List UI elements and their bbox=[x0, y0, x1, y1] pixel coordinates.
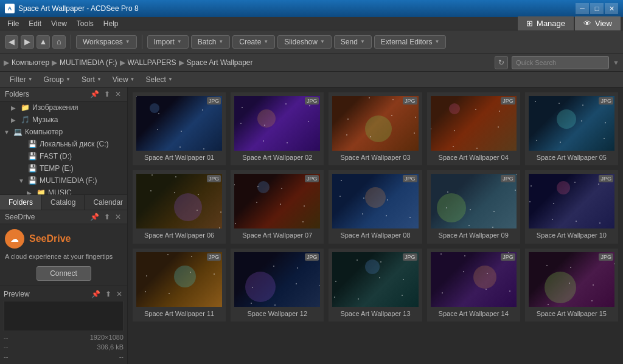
format-badge: JPG bbox=[305, 175, 319, 182]
path-drive[interactable]: MULTIMEDIA (F:) bbox=[60, 58, 117, 67]
panel-header-actions: 📌 ⬆ ✕ bbox=[89, 90, 122, 98]
group-button[interactable]: Group ▼ bbox=[39, 74, 75, 85]
workspaces-button[interactable]: Workspaces ▼ bbox=[76, 35, 137, 49]
tab-catalog[interactable]: Catalog bbox=[42, 195, 85, 210]
preview-pin-button[interactable]: 📌 bbox=[90, 290, 102, 298]
panel-float-button[interactable]: ⬆ bbox=[103, 90, 111, 98]
external-editors-button[interactable]: External Editors ▼ bbox=[374, 35, 447, 49]
manage-button[interactable]: ⊞ Manage bbox=[518, 16, 574, 30]
slideshow-button[interactable]: Slideshow ▼ bbox=[277, 35, 332, 49]
thumbnail-item[interactable]: JPGSpace Art Wallpaper 01 bbox=[133, 92, 226, 165]
format-badge: JPG bbox=[305, 253, 319, 261]
thumbnail-item[interactable]: JPGSpace Art Wallpaper 07 bbox=[231, 170, 324, 243]
sidebar: Folders 📌 ⬆ ✕ ▶ 📁 Изображения ▶ 🎵 Музыка… bbox=[0, 88, 128, 364]
seedrive-header-actions: 📌 ⬆ ✕ bbox=[89, 213, 122, 221]
preview-float-button[interactable]: ⬆ bbox=[104, 290, 113, 298]
thumbnail-item[interactable]: JPGSpace Art Wallpaper 05 bbox=[525, 92, 618, 165]
forward-button[interactable]: ▶ bbox=[21, 35, 34, 49]
thumbnail-image: JPG bbox=[332, 252, 418, 307]
format-badge: JPG bbox=[501, 97, 515, 105]
thumbnail-label: Space Art Wallpaper 03 bbox=[340, 153, 410, 162]
sort-button[interactable]: Sort ▼ bbox=[77, 74, 106, 85]
thumbnail-image: JPG bbox=[431, 252, 517, 307]
menu-tools[interactable]: Tools bbox=[72, 18, 99, 29]
tree-item-drive-c[interactable]: 💾 Локальный диск (C:) bbox=[0, 138, 127, 150]
preview-filesize: 306,6 kB bbox=[97, 343, 124, 351]
svg-point-124 bbox=[486, 289, 487, 290]
home-button[interactable]: ⌂ bbox=[52, 35, 66, 49]
tree-item-drive-f[interactable]: ▼ 💾 MULTIMEDIA (F:) bbox=[0, 174, 127, 187]
search-dropdown-arrow[interactable]: ▼ bbox=[613, 59, 619, 66]
svg-point-76 bbox=[470, 209, 471, 210]
seedrive-pin-button[interactable]: 📌 bbox=[89, 213, 100, 221]
batch-button[interactable]: Batch ▼ bbox=[191, 35, 231, 49]
svg-point-43 bbox=[604, 138, 605, 139]
thumbnail-item[interactable]: JPGSpace Art Wallpaper 06 bbox=[133, 170, 226, 243]
thumbnail-item[interactable]: JPGSpace Art Wallpaper 03 bbox=[329, 92, 422, 165]
thumbnail-item[interactable]: JPGSpace Art Wallpaper 08 bbox=[329, 170, 422, 243]
svg-point-123 bbox=[463, 271, 464, 272]
thumbnail-item[interactable]: JPGSpace Art Wallpaper 13 bbox=[329, 249, 422, 321]
path-folder[interactable]: Space Art Wallpaper bbox=[187, 58, 253, 67]
drive-icon: 💾 bbox=[28, 152, 37, 160]
seedrive-float-button[interactable]: ⬆ bbox=[103, 213, 111, 221]
folder-icon: 📁 bbox=[21, 103, 30, 112]
view-button[interactable]: 👁 View bbox=[575, 16, 621, 30]
menu-view[interactable]: View bbox=[46, 18, 72, 29]
folders-tree: ▶ 📁 Изображения ▶ 🎵 Музыка ▼ 💻 Компьютер… bbox=[0, 101, 127, 194]
folders-panel-header[interactable]: Folders 📌 ⬆ ✕ bbox=[0, 88, 127, 101]
menu-file[interactable]: File bbox=[2, 18, 24, 29]
tree-item-music[interactable]: ▶ 🎵 Музыка bbox=[0, 114, 127, 126]
minimize-button[interactable]: ─ bbox=[576, 3, 589, 14]
thumbnail-item[interactable]: JPGSpace Art Wallpaper 10 bbox=[525, 170, 618, 243]
svg-point-56 bbox=[304, 205, 305, 207]
thumbnail-item[interactable]: JPGSpace Art Wallpaper 15 bbox=[525, 249, 618, 321]
svg-point-49 bbox=[151, 174, 153, 176]
svg-point-26 bbox=[414, 132, 415, 134]
format-badge: JPG bbox=[599, 97, 613, 105]
svg-point-129 bbox=[593, 284, 594, 286]
thumbnail-item[interactable]: JPGSpace Wallpaper 12 bbox=[231, 249, 324, 321]
thumbnail-item[interactable]: JPGSpace Art Wallpaper 11 bbox=[133, 249, 226, 321]
path-wallpapers[interactable]: WALLPAPERS bbox=[128, 58, 176, 67]
filter-button[interactable]: Filter ▼ bbox=[5, 74, 38, 85]
tree-item-drive-e[interactable]: 💾 TEMP (E:) bbox=[0, 162, 127, 174]
menu-edit[interactable]: Edit bbox=[24, 18, 46, 29]
svg-point-94 bbox=[191, 256, 192, 257]
thumbnail-item[interactable]: JPGSpace Art Wallpaper 04 bbox=[427, 92, 520, 165]
maximize-button[interactable]: □ bbox=[590, 3, 604, 14]
tree-item-music-folder[interactable]: ▶ 📁 MUSIC bbox=[0, 187, 127, 194]
workspaces-arrow: ▼ bbox=[125, 39, 130, 44]
svg-point-63 bbox=[365, 187, 386, 208]
thumbnail-item[interactable]: JPGSpace Art Wallpaper 09 bbox=[427, 170, 520, 243]
import-button[interactable]: Import ▼ bbox=[147, 35, 189, 49]
seedrive-close-button[interactable]: ✕ bbox=[114, 213, 122, 221]
svg-point-89 bbox=[574, 182, 576, 183]
menu-help[interactable]: Help bbox=[99, 18, 124, 29]
back-button[interactable]: ◀ bbox=[5, 35, 18, 49]
seedrive-icon: ☁ bbox=[5, 229, 24, 249]
up-button[interactable]: ▲ bbox=[37, 35, 50, 49]
send-button[interactable]: Send ▼ bbox=[334, 35, 372, 49]
tab-folders[interactable]: Folders bbox=[0, 195, 42, 210]
connect-button[interactable]: Connect bbox=[37, 266, 91, 281]
create-button[interactable]: Create ▼ bbox=[232, 35, 275, 49]
tree-item-images[interactable]: ▶ 📁 Изображения bbox=[0, 101, 127, 114]
close-button[interactable]: ✕ bbox=[605, 3, 618, 14]
select-button[interactable]: Select ▼ bbox=[141, 74, 178, 85]
path-computer[interactable]: Компьютер bbox=[12, 58, 49, 67]
tree-item-computer[interactable]: ▼ 💻 Компьютер bbox=[0, 126, 127, 138]
thumbnail-item[interactable]: JPGSpace Art Wallpaper 14 bbox=[427, 249, 520, 321]
svg-point-3 bbox=[181, 131, 182, 132]
search-input[interactable] bbox=[512, 56, 609, 69]
preview-close-button[interactable]: ✕ bbox=[115, 290, 124, 298]
svg-point-55 bbox=[281, 188, 282, 189]
tab-calendar[interactable]: Calendar bbox=[85, 195, 128, 210]
thumbnail-label: Space Art Wallpaper 15 bbox=[537, 309, 607, 318]
panel-pin-button[interactable]: 📌 bbox=[89, 90, 100, 98]
refresh-button[interactable]: ↻ bbox=[495, 56, 508, 69]
view-filter-button[interactable]: View ▼ bbox=[108, 74, 140, 85]
panel-close-button[interactable]: ✕ bbox=[114, 90, 122, 98]
tree-item-drive-d[interactable]: 💾 FAST (D:) bbox=[0, 150, 127, 162]
thumbnail-item[interactable]: JPGSpace Art Wallpaper 02 bbox=[231, 92, 324, 165]
